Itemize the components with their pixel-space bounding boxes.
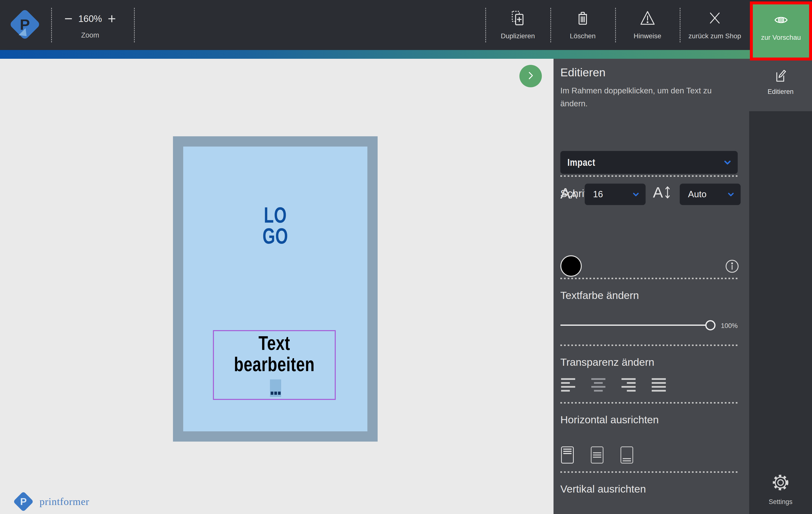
align-justify-icon[interactable]	[652, 378, 666, 391]
settings-button[interactable]: Settings	[749, 473, 812, 506]
panel-subtitle: Im Rahmen doppelklicken, um den Text zu …	[560, 84, 719, 110]
close-icon	[707, 9, 722, 27]
chevron-right-icon	[525, 70, 536, 82]
gear-icon	[771, 473, 790, 493]
preview-button[interactable]: zur Vorschau	[750, 1, 812, 60]
delete-button[interactable]: Löschen	[550, 0, 615, 50]
tool-rail: Editieren Settings	[749, 59, 812, 514]
printformer-logo-icon: P	[13, 12, 37, 36]
warning-triangle-icon	[639, 9, 656, 27]
chevron-down-icon	[632, 190, 640, 199]
toolbar-divider	[51, 8, 52, 43]
valign-bottom-icon[interactable]	[620, 447, 633, 463]
halign-buttons	[561, 378, 666, 391]
top-toolbar: P − 160% + Zoom Duplizieren	[0, 0, 812, 50]
valign-middle-icon[interactable]	[591, 447, 604, 463]
text-overflow-indicator[interactable]	[270, 379, 281, 397]
toolbar-divider	[134, 8, 135, 43]
font-family-dropdown[interactable]: Impact	[560, 151, 738, 174]
font-size-value: 16	[585, 189, 603, 199]
opacity-slider-handle[interactable]	[705, 320, 716, 330]
chevron-down-icon	[726, 190, 735, 199]
zoom-out-button[interactable]: −	[60, 10, 77, 27]
line-height-icon: A	[653, 184, 671, 201]
section-divider	[560, 402, 738, 404]
printformer-logo-icon: P	[13, 492, 33, 511]
section-divider	[560, 471, 738, 473]
info-icon[interactable]	[724, 258, 740, 275]
hints-button[interactable]: Hinweise	[615, 0, 680, 50]
eye-icon	[772, 11, 790, 29]
opacity-value: 100%	[721, 322, 738, 330]
font-size-dropdown[interactable]: 16	[585, 184, 646, 205]
panel-title: Editieren	[560, 65, 606, 79]
valign-buttons	[561, 447, 633, 463]
artboard[interactable]: LO GO Text bearbeiten	[173, 136, 378, 441]
opacity-slider-track[interactable]	[560, 325, 711, 326]
zoom-level-value: 160%	[75, 13, 105, 24]
line-height-value: Auto	[680, 189, 706, 199]
section-divider	[560, 278, 738, 279]
opacity-slider-row: 100%	[560, 318, 738, 332]
selected-text-frame[interactable]: Text bearbeiten	[213, 330, 336, 400]
text-color-heading: Textfarbe ändern	[560, 290, 639, 301]
back-to-shop-button[interactable]: zurück zum Shop	[680, 0, 750, 50]
valign-heading: Vertikal ausrichten	[560, 483, 646, 495]
align-center-icon[interactable]	[591, 378, 605, 391]
font-size-icon: AA	[560, 185, 577, 202]
edit-pencil-icon	[773, 67, 788, 85]
section-divider	[560, 175, 738, 177]
tab-editieren[interactable]: Editieren	[749, 59, 812, 111]
duplicate-icon	[510, 9, 526, 27]
font-family-value: Impact	[560, 157, 596, 168]
line-height-dropdown[interactable]: Auto	[680, 184, 741, 205]
printformer-footer-brand: P printformer	[13, 492, 89, 511]
canvas-edit-text[interactable]: Text bearbeiten	[227, 332, 322, 375]
design-canvas[interactable]: LO GO Text bearbeiten	[0, 59, 553, 514]
valign-top-icon[interactable]	[561, 447, 574, 463]
section-divider	[560, 345, 738, 346]
halign-heading: Horizontal ausrichten	[560, 414, 659, 426]
trash-icon	[575, 9, 590, 27]
duplicate-button[interactable]: Duplizieren	[485, 0, 550, 50]
next-step-button[interactable]	[519, 65, 542, 87]
align-left-icon[interactable]	[561, 378, 575, 391]
printformer-editor: P − 160% + Zoom Duplizieren	[0, 0, 812, 514]
canvas-logo-text[interactable]: LO GO	[207, 205, 343, 247]
minus-icon: −	[64, 10, 72, 27]
align-right-icon[interactable]	[621, 378, 636, 391]
edit-sidebar: Editieren Im Rahmen doppelklicken, um de…	[553, 59, 749, 514]
text-color-swatch[interactable]	[560, 255, 582, 277]
zoom-in-button[interactable]: +	[103, 10, 120, 27]
chevron-down-icon	[723, 158, 732, 167]
brand-wordmark: printformer	[39, 496, 89, 507]
zoom-label: Zoom	[61, 31, 119, 39]
opacity-heading: Transparenz ändern	[560, 356, 655, 368]
progress-gradient-bar	[0, 50, 812, 59]
plus-icon: +	[108, 10, 116, 27]
